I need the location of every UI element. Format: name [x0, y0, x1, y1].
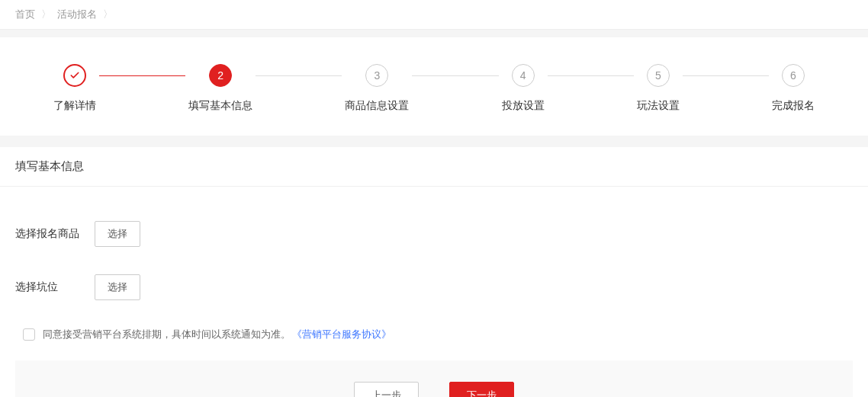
agreement-link[interactable]: 《营销平台服务协议》 [292, 328, 391, 341]
agreement-text: 同意接受营销平台系统排期，具体时间以系统通知为准。 [43, 328, 291, 341]
step-1: 了解详情 [53, 64, 96, 113]
step-label: 填写基本信息 [188, 99, 252, 113]
next-button[interactable]: 下一步 [449, 382, 514, 397]
step-label: 完成报名 [772, 99, 815, 113]
check-icon [69, 70, 80, 81]
step-label: 商品信息设置 [345, 99, 409, 113]
step-label: 了解详情 [53, 99, 96, 113]
step-5: 5 玩法设置 [637, 64, 680, 113]
breadcrumb: 首页 〉 活动报名 〉 [0, 0, 868, 30]
breadcrumb-home[interactable]: 首页 [15, 8, 35, 21]
step-line [256, 75, 342, 76]
breadcrumb-separator: 〉 [103, 8, 113, 21]
steps-container: 了解详情 2 填写基本信息 3 商品信息设置 4 投放设置 5 玩法设置 6 完… [0, 37, 868, 136]
step-2: 2 填写基本信息 [188, 64, 252, 113]
form-row-product: 选择报名商品 选择 [15, 221, 853, 247]
steps: 了解详情 2 填写基本信息 3 商品信息设置 4 投放设置 5 玩法设置 6 完… [53, 64, 815, 113]
agreement-row: 同意接受营销平台系统排期，具体时间以系统通知为准。 《营销平台服务协议》 [15, 328, 853, 341]
step-circle-completed [63, 64, 86, 87]
form-area: 选择报名商品 选择 选择坑位 选择 同意接受营销平台系统排期，具体时间以系统通知… [0, 187, 868, 397]
step-6: 6 完成报名 [772, 64, 815, 113]
breadcrumb-activity[interactable]: 活动报名 [57, 8, 97, 21]
step-label: 玩法设置 [637, 99, 680, 113]
footer-bar: 上一步 下一步 [15, 360, 853, 397]
step-circle-pending: 3 [365, 64, 388, 87]
section-title: 填写基本信息 [0, 147, 868, 187]
step-line [412, 75, 498, 76]
step-line [683, 75, 769, 76]
slot-label: 选择坑位 [15, 280, 82, 294]
step-label: 投放设置 [502, 99, 545, 113]
select-slot-button[interactable]: 选择 [95, 274, 140, 300]
step-line [548, 75, 634, 76]
step-circle-pending: 5 [647, 64, 670, 87]
agreement-checkbox[interactable] [23, 328, 35, 341]
form-row-slot: 选择坑位 选择 [15, 274, 853, 300]
select-product-button[interactable]: 选择 [95, 221, 140, 247]
step-circle-current: 2 [209, 64, 232, 87]
product-label: 选择报名商品 [15, 227, 82, 241]
step-circle-pending: 4 [512, 64, 535, 87]
step-line [99, 75, 185, 76]
prev-button[interactable]: 上一步 [354, 382, 419, 397]
step-3: 3 商品信息设置 [345, 64, 409, 113]
breadcrumb-separator: 〉 [41, 8, 51, 21]
step-circle-pending: 6 [782, 64, 805, 87]
step-4: 4 投放设置 [502, 64, 545, 113]
